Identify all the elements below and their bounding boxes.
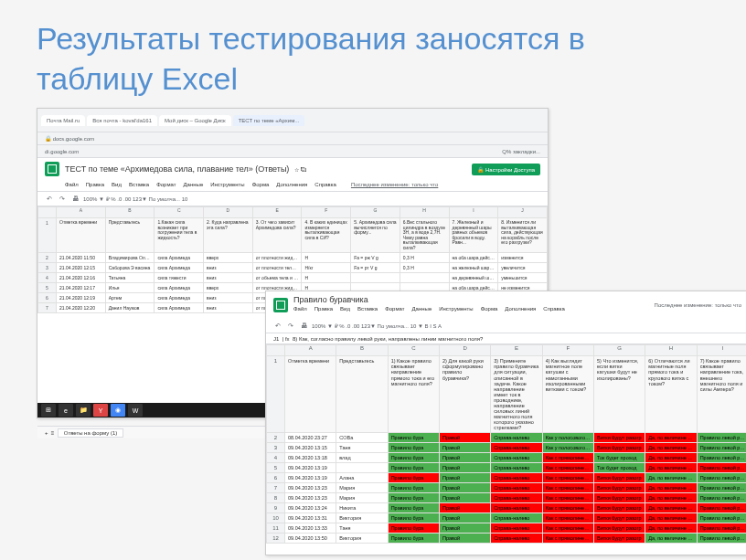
- all-sheets-icon[interactable]: ≡: [51, 430, 55, 436]
- menu-item[interactable]: Форма: [252, 182, 270, 187]
- menu-item[interactable]: Формат: [156, 182, 176, 187]
- share-button[interactable]: 🔒 Настройки Доступа: [472, 164, 540, 175]
- menu-item[interactable]: Файл: [293, 306, 307, 312]
- taskbar-app[interactable]: e: [59, 404, 73, 417]
- taskbar-app[interactable]: W: [128, 404, 143, 417]
- spreadsheet-screenshot-2: Правило буравчика ФайлПравкаВидВставкаФо…: [265, 291, 746, 555]
- add-sheet-icon[interactable]: +: [45, 430, 48, 436]
- toolbar-text: 100% ▼ ₽ % .0 .00 123▼ По умолча... 10: [83, 195, 187, 202]
- browser-tab[interactable]: Вся почта - koval'da161: [87, 115, 157, 126]
- document-title[interactable]: Правило буравчика: [293, 295, 572, 304]
- menu-item[interactable]: Вставка: [129, 182, 149, 187]
- toolbar[interactable]: ↶ ↷ 🖶 100% ▼ ₽ % .0 .00 123▼ По умолча..…: [266, 319, 746, 333]
- menu-item[interactable]: Инструменты: [439, 306, 473, 312]
- sheet-tab[interactable]: Ответы на форму (1): [58, 428, 124, 438]
- undo-icon[interactable]: ↶: [273, 322, 282, 331]
- browser-tab[interactable]: ТЕСТ по теме «Архим...: [233, 115, 305, 126]
- start-button[interactable]: ⊞: [41, 404, 56, 417]
- menu-item[interactable]: Форма: [481, 306, 498, 312]
- browser-tab-bar: Почта Mail.ru Вся почта - koval'da161 Мо…: [37, 109, 548, 132]
- redo-icon[interactable]: ↷: [286, 322, 295, 331]
- menu-item[interactable]: Дополнения: [276, 182, 307, 187]
- print-icon[interactable]: 🖶: [299, 322, 308, 331]
- menu-item[interactable]: Вид: [112, 182, 122, 187]
- star-icon[interactable]: ☆ ⿻: [294, 166, 306, 173]
- taskbar-app[interactable]: 📁: [76, 404, 91, 417]
- sheets-logo-icon: [45, 162, 59, 176]
- print-icon[interactable]: 🖶: [70, 195, 80, 204]
- redo-icon[interactable]: ↷: [58, 195, 67, 204]
- menu-item[interactable]: Дополнения: [505, 306, 536, 312]
- sheets-header: ТЕСТ по теме «Архимедова сила, плавание …: [37, 158, 548, 180]
- sheets-logo-icon: [273, 298, 288, 312]
- lock-icon: 🔒: [45, 135, 51, 142]
- menu-item[interactable]: Правка: [86, 182, 104, 187]
- url-text: docs.google.com: [53, 136, 94, 142]
- undo-icon[interactable]: ↶: [45, 195, 54, 204]
- url-bar[interactable]: 🔒 docs.google.com: [37, 132, 548, 145]
- spreadsheet-grid[interactable]: ABCDEFGHI1Отметка времениПредставьтесь1)…: [266, 344, 746, 544]
- toolbar[interactable]: ↶ ↷ 🖶 100% ▼ ₽ % .0 .00 123▼ По умолча..…: [37, 192, 548, 206]
- menu-item[interactable]: Данные: [412, 306, 432, 312]
- menu-item[interactable]: Инструменты: [210, 182, 244, 187]
- last-edit: Последнее изменение: только что: [655, 302, 741, 308]
- bookmark-right: Q% закладки...: [502, 149, 540, 154]
- menu-bar: ФайлПравкаВидВставкаФорматДанныеИнструме…: [37, 180, 548, 192]
- sheets-header: Правило буравчика ФайлПравкаВидВставкаФо…: [266, 291, 746, 319]
- document-title[interactable]: ТЕСТ по теме «Архимедова сила, плавание …: [65, 164, 289, 174]
- browser-tab[interactable]: Почта Mail.ru: [41, 115, 85, 126]
- bookmark-text[interactable]: di.google.com: [45, 149, 79, 154]
- browser-tab[interactable]: Мой диск – Google Диск: [159, 115, 231, 126]
- menu-item[interactable]: Правка: [314, 306, 333, 312]
- screenshot-area: Почта Mail.ru Вся почта - koval'da161 Мо…: [37, 108, 709, 560]
- formula-bar[interactable]: J1 | fx 8) Как, согласно правилу левой р…: [266, 333, 746, 344]
- menu-item[interactable]: Справка: [543, 306, 565, 312]
- toolbar-text: 100% ▼ ₽ % .0 .00 123▼ По умолча... 10 ▼…: [312, 322, 442, 329]
- bookmark-bar: di.google.com Q% закладки...: [37, 145, 548, 158]
- taskbar-app[interactable]: Y: [93, 404, 108, 417]
- menu-item[interactable]: Вид: [340, 306, 350, 312]
- taskbar-app[interactable]: ◉: [111, 404, 125, 417]
- menu-item[interactable]: Данные: [184, 182, 204, 187]
- formula-text: 8) Как, согласно правилу левой руки, нап…: [293, 336, 484, 342]
- menu-item[interactable]: Справка: [314, 182, 336, 187]
- menu-item[interactable]: Вставка: [357, 306, 378, 312]
- menu-item[interactable]: Файл: [65, 182, 79, 187]
- slide-title: Результаты тестирования заносятся в табл…: [37, 18, 709, 99]
- menu-bar: ФайлПравкаВидВставкаФорматДанныеИнструме…: [293, 304, 572, 315]
- menu-item[interactable]: Формат: [385, 306, 404, 312]
